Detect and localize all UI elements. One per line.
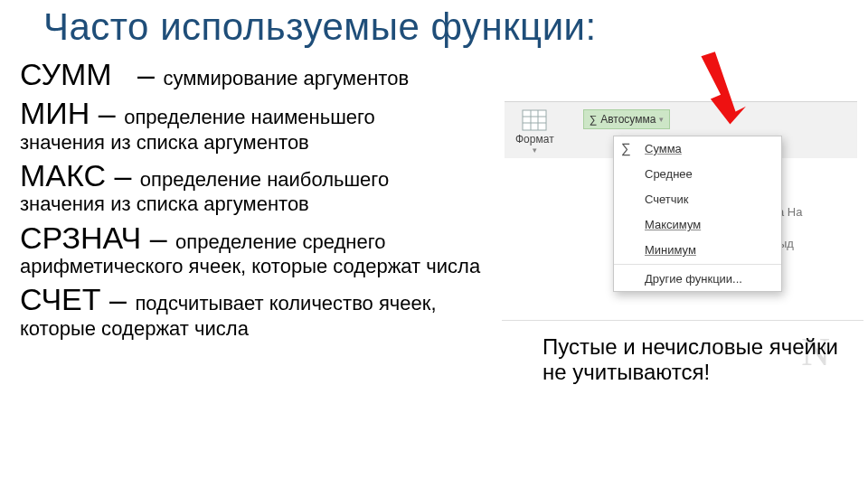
fn-min-desc: определение наименьшего xyxy=(124,106,375,128)
menu-item-label: Среднее xyxy=(645,167,693,181)
fn-count-desc: подсчитывает количество ячеек, xyxy=(135,292,436,314)
fn-sum-desc: суммирование аргументов xyxy=(163,67,409,89)
dash: – xyxy=(109,282,127,316)
menu-item-label: Счетчик xyxy=(645,192,689,206)
dash: – xyxy=(150,221,167,255)
chevron-down-icon: ▾ xyxy=(533,145,537,155)
sigma-icon: ∑ xyxy=(590,113,598,126)
fn-max-desc: определение наибольшего xyxy=(140,168,389,191)
menu-item-avg[interactable]: Среднее xyxy=(614,161,781,186)
menu-item-label: Минимум xyxy=(645,243,696,257)
divider xyxy=(502,320,863,321)
svg-marker-0 xyxy=(689,49,756,127)
fn-max: МАКС – определение наибольшего значения … xyxy=(20,159,499,216)
menu-item-min[interactable]: Минимум xyxy=(614,237,781,262)
fn-min-name: МИН xyxy=(20,96,90,130)
fn-count-cont: которые содержат числа xyxy=(20,317,499,340)
fn-avg-desc: определение среднего xyxy=(175,230,385,253)
ribbon-autosum-label: Автосумма xyxy=(600,113,656,126)
fn-avg-name: СРЗНАЧ xyxy=(20,221,141,255)
fn-max-cont: значения из списка аргументов xyxy=(20,192,499,215)
dash: – xyxy=(137,57,155,91)
menu-item-max[interactable]: Максимум xyxy=(614,211,781,237)
ribbon-format-label: Формат xyxy=(515,133,554,145)
background-truncated-text: я ка На выд xyxy=(772,164,844,259)
menu-item-label: Максимум xyxy=(645,218,701,231)
fn-avg-cont: арифметического ячеек, которые содержат … xyxy=(20,255,499,277)
dash: – xyxy=(99,96,116,130)
fn-max-name: МАКС xyxy=(20,158,106,192)
slide-title: Часто используемые функции: xyxy=(43,5,868,49)
fn-avg: СРЗНАЧ – определение среднего арифметиче… xyxy=(20,221,499,278)
functions-list: СУММ – суммирование аргументов МИН – опр… xyxy=(20,52,499,343)
format-icon xyxy=(522,109,547,131)
menu-item-count[interactable]: Счетчик xyxy=(614,186,781,211)
svg-rect-1 xyxy=(523,110,546,130)
ribbon-format-button[interactable]: Формат ▾ xyxy=(512,108,558,156)
fn-sum: СУММ – суммирование аргументов xyxy=(20,58,499,91)
fn-sum-name: СУММ xyxy=(20,57,112,91)
red-arrow-icon xyxy=(649,45,758,145)
fn-count: СЧЕТ – подсчитывает количество ячеек, ко… xyxy=(20,283,499,340)
fn-min-cont: значения из списка аргументов xyxy=(20,131,499,154)
dash: – xyxy=(114,158,131,192)
sigma-icon: ∑ xyxy=(621,140,631,155)
side-note: Пустые и нечисловые ячейки не учитываютс… xyxy=(542,334,841,386)
excel-screenshot: Формат ▾ ∑ Автосумма ▾ я ка На выд N ∑ xyxy=(505,101,857,336)
menu-item-other-functions[interactable]: Другие функции... xyxy=(614,264,781,291)
autosum-dropdown-menu: ∑ Сумма Среднее Счетчик Максимум Минимум… xyxy=(613,136,782,292)
menu-item-label: Другие функции... xyxy=(645,272,742,286)
fn-min: МИН – определение наименьшего значения и… xyxy=(20,97,499,154)
fn-count-name: СЧЕТ xyxy=(20,282,101,316)
